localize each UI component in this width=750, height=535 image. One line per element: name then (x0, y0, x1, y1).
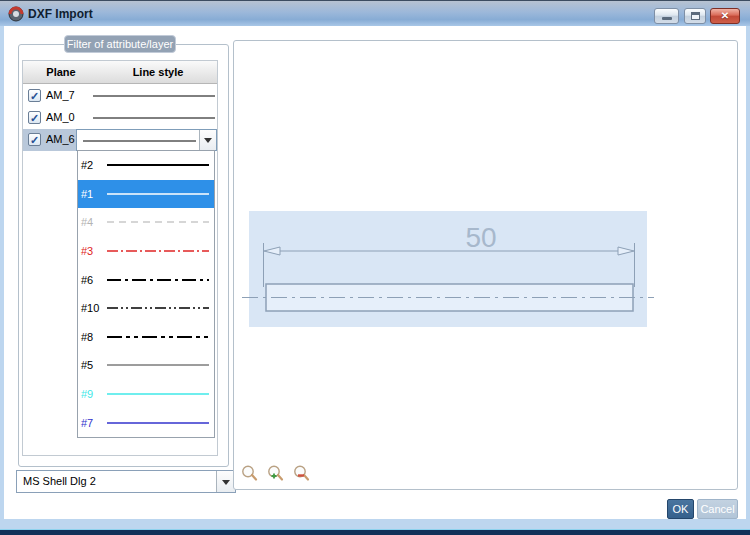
line-style-option-8[interactable]: #8 (78, 323, 214, 352)
column-header-line-style[interactable]: Line style (99, 61, 217, 83)
zoom-out-icon[interactable] (292, 464, 311, 483)
line-style-combobox[interactable] (76, 129, 217, 151)
line-sample (105, 361, 211, 369)
option-label: #4 (81, 216, 105, 228)
line-style-option-10[interactable]: #10 (78, 294, 214, 323)
plane-name: AM_7 (46, 89, 75, 101)
zoom-icon[interactable] (240, 464, 259, 483)
line-sample (105, 218, 211, 226)
line-sample (105, 390, 211, 398)
selected-line-style-preview (83, 138, 196, 144)
table-header: Plane Line style (23, 61, 217, 84)
checkbox-am7[interactable]: ✓ (28, 89, 41, 102)
line-sample (105, 304, 211, 312)
line-style-option-1-selected[interactable]: #1 (78, 180, 214, 209)
line-style-option-7[interactable]: #7 (78, 408, 214, 437)
close-icon: ✕ (721, 11, 729, 21)
minimize-icon (662, 17, 672, 20)
table-row-am6-selected[interactable]: ✓ AM_6 (23, 129, 217, 151)
maximize-button[interactable] (684, 8, 706, 24)
option-label: #7 (81, 417, 105, 429)
close-button[interactable]: ✕ (710, 8, 740, 24)
option-label: #9 (81, 388, 105, 400)
plane-name: AM_0 (46, 111, 75, 123)
column-header-plane[interactable]: Plane (23, 61, 99, 83)
plane-name: AM_6 (46, 133, 75, 145)
font-combobox-value: MS Shell Dlg 2 (23, 475, 96, 487)
window-border-right (746, 26, 750, 519)
window-title: DXF Import (28, 7, 93, 21)
option-label: #3 (81, 245, 105, 257)
line-style-preview (93, 93, 215, 99)
dimension-text: 50 (465, 222, 496, 253)
option-label: #2 (81, 159, 105, 171)
ok-button[interactable]: OK (667, 499, 694, 519)
minimize-button[interactable] (654, 8, 679, 24)
option-label: #10 (81, 302, 105, 314)
line-style-option-2[interactable]: #2 (78, 151, 214, 180)
line-style-option-3[interactable]: #3 (78, 237, 214, 266)
font-combobox[interactable]: MS Shell Dlg 2 (16, 470, 236, 493)
combobox-dropdown-arrow-icon[interactable] (199, 130, 216, 150)
dxf-import-dialog: DXF Import ✕ Filter of attribute/layer P… (0, 0, 750, 535)
checkbox-am6[interactable]: ✓ (28, 133, 41, 146)
line-sample (105, 419, 211, 427)
option-label: #5 (81, 359, 105, 371)
dxf-preview-drawing: 50 (234, 41, 737, 489)
line-style-option-6[interactable]: #6 (78, 265, 214, 294)
table-row-am0[interactable]: ✓ AM_0 (23, 107, 217, 129)
option-label: #6 (81, 274, 105, 286)
line-style-option-5[interactable]: #5 (78, 351, 214, 380)
line-style-option-4[interactable]: #4 (78, 208, 214, 237)
window-border-bottom (0, 519, 750, 535)
filter-group-label: Filter of attribute/layer (64, 35, 176, 53)
app-icon (8, 6, 24, 22)
option-label: #8 (81, 331, 105, 343)
zoom-in-icon[interactable] (266, 464, 285, 483)
maximize-icon (691, 12, 700, 20)
checkbox-am0[interactable]: ✓ (28, 111, 41, 124)
line-style-preview (93, 115, 215, 121)
option-label: #1 (81, 188, 105, 200)
line-style-option-9[interactable]: #9 (78, 380, 214, 409)
line-sample (105, 333, 211, 341)
table-row-am7[interactable]: ✓ AM_7 (23, 85, 217, 107)
line-sample (105, 247, 211, 255)
preview-panel[interactable]: 50 (233, 40, 738, 490)
titlebar[interactable]: DXF Import ✕ (0, 0, 750, 26)
line-style-dropdown-list: #2 #1 #4 #3 #6 #10 #8 #5 (77, 150, 215, 438)
line-sample (105, 190, 211, 198)
line-sample (105, 161, 211, 169)
cancel-button[interactable]: Cancel (697, 499, 738, 519)
window-border-left (0, 26, 4, 519)
line-sample (105, 276, 211, 284)
